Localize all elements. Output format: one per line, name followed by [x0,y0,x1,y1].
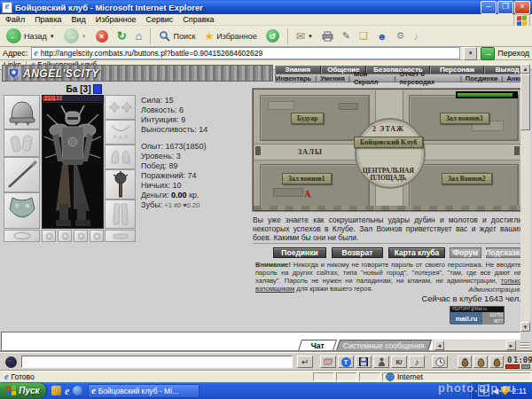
slot-helmet[interactable] [4,95,40,129]
stop-button[interactable]: × [93,29,111,43]
rating-counter[interactable]: РЕЙТИНГ@Mail.ru mail.ru 1027519677 [450,306,505,324]
slot-earrings[interactable] [105,95,136,120]
quicklaunch-icon-3[interactable] [73,386,82,395]
tray-volume-icon[interactable]: ◀ [492,387,498,395]
sound-button[interactable]: ♪ [409,356,425,368]
chat-hscroll-area: ◄ ► [433,340,530,352]
return-button[interactable]: Возврат [332,247,383,258]
quicklaunch-icon-1[interactable] [51,386,61,395]
address-url: http://angelscity.combats.ru/buttons.pl?… [41,49,263,58]
menu-tools[interactable]: Сервис [145,15,173,24]
menu-favorites[interactable]: Избранное [96,15,137,24]
nav-transfers[interactable]: Отчет о переводах [400,70,457,86]
forum-button[interactable]: Форум [450,247,481,258]
moneybag-2-icon[interactable] [473,356,488,368]
save-log-button[interactable] [356,356,372,368]
clear-chat-button[interactable] [320,356,336,368]
slot-amulet[interactable] [105,230,136,242]
map-banner-hall1[interactable]: Зал воинов1 [282,173,332,184]
time-button[interactable] [432,356,448,368]
home-button[interactable]: ⌂ [133,28,145,43]
club-map-button[interactable]: Карта клуба [388,247,445,258]
start-button[interactable]: Пуск [0,383,46,398]
chat-input[interactable] [21,356,293,368]
map-banner-hall3[interactable]: Зал воинов3 [440,113,489,124]
chat-scroll-right[interactable]: ► [506,340,516,350]
slot-necklace[interactable] [105,120,136,145]
resize-grip[interactable] [520,342,529,349]
history-button[interactable]: ↺ [263,28,282,43]
chat-tab-active[interactable]: Чат [298,340,337,351]
map-banner-hall2[interactable]: Зал Воинов2 [442,173,492,184]
taskbar: Пуск e e Бойцовский клуб - Mi... RU ◀ 2:… [0,382,532,399]
close-button[interactable]: × [514,1,530,14]
favorites-button[interactable]: ★ Избранное [201,29,259,43]
tray-language-icon[interactable]: RU [478,385,489,396]
taskbar-task-ie[interactable]: e Бойцовский клуб - Mi... [88,384,200,398]
slot-ring-4[interactable] [90,230,104,242]
nav-duels[interactable]: Поединки [466,74,497,82]
menu-edit[interactable]: Правка [35,15,61,24]
forward-button[interactable]: →▼ [61,27,90,44]
nav-scroll[interactable]: Мой Скролл [354,70,391,86]
discuss-button[interactable]: ❑ [356,29,371,43]
slot-gloves[interactable] [4,129,40,157]
slot-weapon[interactable] [4,157,40,192]
back-button[interactable]: ← Назад▼ [4,27,58,44]
address-dropdown-button[interactable]: ▼ [464,47,477,60]
print-button[interactable] [319,30,336,43]
passport-icon[interactable] [93,84,102,94]
menu-file[interactable]: Файл [5,15,25,24]
search-button[interactable]: Поиск [156,29,198,43]
menu-view[interactable]: Вид [72,15,86,24]
money-line: Деньги: 0.00 кр. [141,191,249,200]
map-banner-boudoir[interactable]: Будуар [291,113,324,124]
hint-button[interactable]: Подсказка [486,247,523,258]
go-button[interactable]: → Переход [481,47,529,60]
moneybag-1-icon[interactable] [458,356,472,368]
map-gate-left-icon [255,146,261,155]
refresh-button[interactable]: ↻ [114,28,129,43]
duels-button[interactable]: Поединки [273,247,326,258]
translit-button[interactable]: К/ [391,356,407,368]
minimize-button[interactable]: – [481,1,497,14]
address-input[interactable]: e http://angelscity.combats.ru/buttons.p… [31,47,460,59]
menu-help[interactable]: Справка [183,15,214,24]
mailru-logo: mail.ru [450,312,482,325]
map-floor-label: 2 ЭТАЖ [358,125,419,133]
tools-extra-button[interactable]: ⚙ [394,29,408,43]
maximize-button[interactable]: ❐ [497,1,513,14]
slot-gauntlets[interactable] [105,145,136,169]
slot-leggings[interactable] [105,200,136,229]
quicklaunch-ie-icon[interactable]: e [65,387,69,395]
title-bar[interactable]: e Бойцовский клуб - Microsoft Internet E… [0,0,532,14]
smiley-picker-icon[interactable] [5,356,17,368]
nav-skills[interactable]: Умения [320,74,345,82]
slot-ring-2[interactable] [58,230,72,242]
moneybag-3-icon[interactable] [489,356,504,368]
slot-bracelet[interactable] [4,230,40,242]
nav-knowledge[interactable]: Знания [275,66,321,74]
slot-ring-1[interactable] [42,230,56,242]
scroll-up-arrow[interactable]: ▲ [520,64,530,74]
hp-bar: 21/133 [42,95,104,102]
slot-armor[interactable] [4,192,40,229]
mail-button[interactable]: ✉▼ [293,29,316,43]
messenger-button[interactable]: ☻ [374,30,390,43]
chat-tab-system[interactable]: Системные сообщения [336,340,432,351]
tray-shield-icon[interactable] [501,387,509,395]
send-button[interactable]: ↵ [297,356,313,368]
main-scrollbar[interactable]: ▲ ▼ [520,64,530,332]
slot-ring-3[interactable] [74,230,88,242]
scroll-thumb[interactable] [520,74,530,130]
stop-icon: × [96,30,108,43]
chat-scroll-left[interactable]: ◄ [434,340,444,350]
edit-button[interactable]: ✎ [340,29,353,43]
scroll-down-arrow[interactable]: ▼ [520,322,530,332]
filter-button[interactable]: Т [338,356,354,368]
ignore-button[interactable] [373,356,389,368]
media-button[interactable]: ♪ [411,30,421,43]
slot-mace[interactable] [105,169,136,200]
nav-inventory[interactable]: Инвентарь [276,74,311,82]
refresh-icon: ↻ [117,29,127,43]
